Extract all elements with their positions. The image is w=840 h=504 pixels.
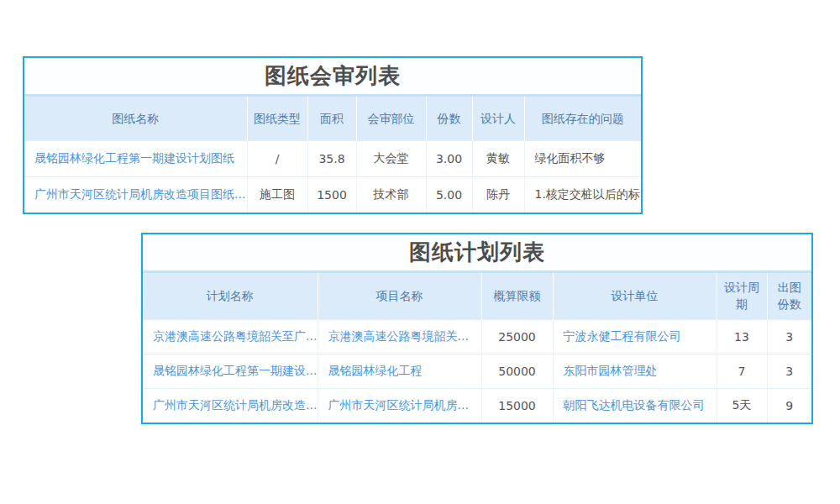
col-header-problems: 图纸存在的问题 [524, 97, 641, 140]
cell-copies: 3.00 [426, 140, 472, 176]
plan-name-link[interactable]: 广州市天河区统计局机房改造... [143, 388, 318, 423]
cell-drawing-copies: 3 [767, 319, 811, 354]
drawing-name-link[interactable]: 晟铭园林绿化工程第一期建设计划图纸 [24, 140, 247, 176]
col-header-project-name: 项目名称 [318, 273, 481, 319]
design-unit-link[interactable]: 朝阳飞达机电设备有限公司 [553, 388, 717, 423]
cell-drawing-type: / [247, 140, 307, 176]
drawing-review-title: 图纸会审列表 [24, 58, 641, 97]
cell-review-dept: 技术部 [356, 176, 426, 213]
col-header-design-cycle: 设计周期 [717, 273, 767, 319]
col-header-copies: 份数 [426, 97, 472, 140]
plan-header-row: 计划名称 项目名称 概算限额 设计单位 设计周期 出图份数 [143, 273, 811, 319]
plan-table-row: 广州市天河区统计局机房改造... 广州市天河区统计局机房... 15000 朝阳… [143, 388, 811, 423]
page: 图纸会审列表 图纸名称 图纸类型 面积 会审部位 份数 设计人 图纸存在的问题 [0, 0, 840, 504]
cell-review-dept: 大会堂 [356, 140, 426, 176]
drawing-plan-table: 计划名称 项目名称 概算限额 设计单位 设计周期 出图份数 京港澳高速公路粤境韶… [143, 273, 811, 423]
cell-problems: 绿化面积不够 [524, 140, 641, 176]
col-header-designer: 设计人 [472, 97, 524, 140]
cell-designer: 黄敏 [472, 140, 524, 176]
cell-area: 1500 [307, 176, 356, 213]
col-header-drawing-name: 图纸名称 [24, 97, 247, 140]
cell-design-cycle: 5天 [717, 388, 767, 423]
col-header-review-dept: 会审部位 [356, 97, 426, 140]
drawing-plan-panel: 图纸计划列表 计划名称 项目名称 概算限额 设计单位 设计周期 出图份数 京港澳… [141, 233, 813, 424]
project-name-link[interactable]: 广州市天河区统计局机房... [318, 388, 481, 423]
plan-table-row: 京港澳高速公路粤境韶关至广... 京港澳高速公路粤境韶关... 25000 宁波… [143, 319, 811, 354]
cell-designer: 陈丹 [472, 176, 524, 213]
col-header-plan-name: 计划名称 [143, 273, 318, 319]
col-header-design-unit: 设计单位 [553, 273, 717, 319]
cell-copies: 5.00 [426, 176, 472, 213]
col-header-drawing-copies: 出图份数 [767, 273, 811, 319]
project-name-link[interactable]: 京港澳高速公路粤境韶关... [318, 319, 481, 354]
cell-drawing-copies: 3 [767, 354, 811, 388]
design-unit-link[interactable]: 东阳市园林管理处 [553, 354, 717, 388]
drawing-name-link[interactable]: 广州市天河区统计局机房改造项目图纸... [24, 176, 247, 213]
drawing-review-panel: 图纸会审列表 图纸名称 图纸类型 面积 会审部位 份数 设计人 图纸存在的问题 [23, 56, 643, 214]
col-header-area: 面积 [307, 97, 356, 140]
col-header-drawing-type: 图纸类型 [247, 97, 307, 140]
review-table-row: 广州市天河区统计局机房改造项目图纸... 施工图 1500 技术部 5.00 陈… [24, 176, 641, 213]
cell-design-cycle: 7 [717, 354, 767, 388]
design-unit-link[interactable]: 宁波永健工程有限公司 [553, 319, 717, 354]
cell-drawing-copies: 9 [767, 388, 811, 423]
cell-budget-limit: 25000 [481, 319, 553, 354]
cell-problems: 1.核定交桩以后的标... [524, 176, 641, 213]
plan-name-link[interactable]: 京港澳高速公路粤境韶关至广... [143, 319, 318, 354]
plan-name-link[interactable]: 晟铭园林绿化工程第一期建设... [143, 354, 318, 388]
cell-design-cycle: 13 [717, 319, 767, 354]
drawing-review-table: 图纸名称 图纸类型 面积 会审部位 份数 设计人 图纸存在的问题 晟铭园林绿化工… [24, 97, 641, 213]
project-name-link[interactable]: 晟铭园林绿化工程 [318, 354, 481, 388]
plan-table-row: 晟铭园林绿化工程第一期建设... 晟铭园林绿化工程 50000 东阳市园林管理处… [143, 354, 811, 388]
cell-drawing-type: 施工图 [247, 176, 307, 213]
drawing-plan-title: 图纸计划列表 [143, 234, 811, 273]
col-header-budget-limit: 概算限额 [481, 273, 553, 319]
cell-budget-limit: 15000 [481, 388, 553, 423]
review-header-row: 图纸名称 图纸类型 面积 会审部位 份数 设计人 图纸存在的问题 [24, 97, 641, 140]
cell-budget-limit: 50000 [481, 354, 553, 388]
review-table-row: 晟铭园林绿化工程第一期建设计划图纸 / 35.8 大会堂 3.00 黄敏 绿化面… [24, 140, 641, 176]
cell-area: 35.8 [307, 140, 356, 176]
